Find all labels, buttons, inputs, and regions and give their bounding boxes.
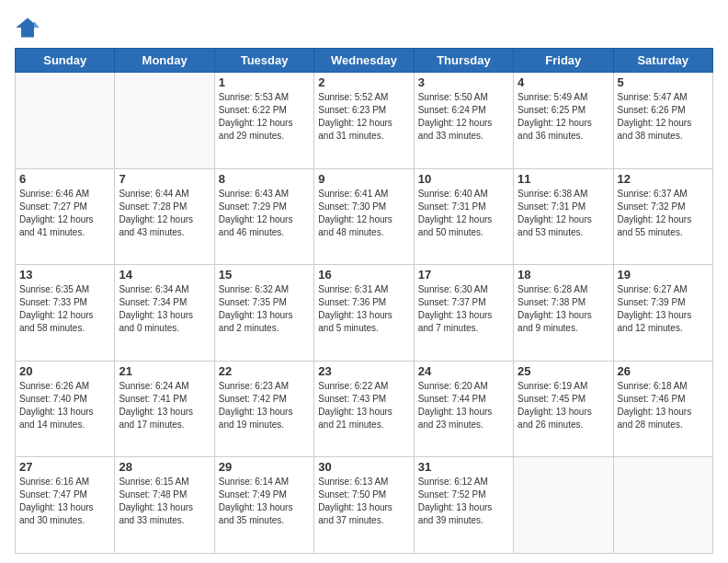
day-number: 16 <box>318 268 409 282</box>
calendar-cell: 18Sunrise: 6:28 AM Sunset: 7:38 PM Dayli… <box>514 265 613 362</box>
calendar-cell: 13Sunrise: 6:35 AM Sunset: 7:33 PM Dayli… <box>16 265 115 362</box>
cell-info: Sunrise: 6:38 AM Sunset: 7:31 PM Dayligh… <box>518 188 609 239</box>
cell-info: Sunrise: 5:53 AM Sunset: 6:22 PM Dayligh… <box>219 91 310 143</box>
cell-info: Sunrise: 6:22 AM Sunset: 7:43 PM Dayligh… <box>318 380 409 431</box>
day-number: 13 <box>19 268 110 282</box>
calendar-cell: 25Sunrise: 6:19 AM Sunset: 7:45 PM Dayli… <box>514 361 613 457</box>
cell-info: Sunrise: 6:44 AM Sunset: 7:28 PM Dayligh… <box>119 188 210 239</box>
cell-info: Sunrise: 6:34 AM Sunset: 7:34 PM Dayligh… <box>119 283 210 335</box>
day-number: 30 <box>318 460 409 474</box>
calendar-cell: 9Sunrise: 6:41 AM Sunset: 7:30 PM Daylig… <box>314 168 414 265</box>
calendar-day-header: Wednesday <box>314 49 414 73</box>
calendar-day-header: Monday <box>115 49 214 73</box>
calendar-week-row: 1Sunrise: 5:53 AM Sunset: 6:22 PM Daylig… <box>16 73 713 169</box>
cell-info: Sunrise: 6:32 AM Sunset: 7:35 PM Dayligh… <box>219 283 310 335</box>
cell-info: Sunrise: 6:35 AM Sunset: 7:33 PM Dayligh… <box>19 283 110 335</box>
day-number: 14 <box>119 268 210 282</box>
day-number: 17 <box>418 268 509 282</box>
calendar-cell: 16Sunrise: 6:31 AM Sunset: 7:36 PM Dayli… <box>314 265 414 362</box>
calendar-cell <box>613 457 712 554</box>
day-number: 2 <box>318 75 409 89</box>
calendar-cell <box>16 73 115 169</box>
calendar-cell: 19Sunrise: 6:27 AM Sunset: 7:39 PM Dayli… <box>613 265 712 362</box>
day-number: 28 <box>119 460 210 474</box>
day-number: 15 <box>219 268 310 282</box>
calendar-cell: 17Sunrise: 6:30 AM Sunset: 7:37 PM Dayli… <box>414 265 513 362</box>
day-number: 25 <box>518 364 609 378</box>
cell-info: Sunrise: 6:31 AM Sunset: 7:36 PM Dayligh… <box>318 283 409 335</box>
logo <box>15 15 44 40</box>
cell-info: Sunrise: 6:18 AM Sunset: 7:46 PM Dayligh… <box>618 380 709 431</box>
cell-info: Sunrise: 6:40 AM Sunset: 7:31 PM Dayligh… <box>418 188 509 239</box>
cell-info: Sunrise: 6:15 AM Sunset: 7:48 PM Dayligh… <box>119 476 210 527</box>
calendar-cell: 31Sunrise: 6:12 AM Sunset: 7:52 PM Dayli… <box>414 457 513 554</box>
calendar-cell <box>514 457 613 554</box>
calendar-cell: 6Sunrise: 6:46 AM Sunset: 7:27 PM Daylig… <box>16 168 115 265</box>
calendar-table: SundayMondayTuesdayWednesdayThursdayFrid… <box>15 48 713 554</box>
calendar-cell: 14Sunrise: 6:34 AM Sunset: 7:34 PM Dayli… <box>115 265 214 362</box>
day-number: 21 <box>119 364 210 378</box>
day-number: 9 <box>318 172 409 186</box>
calendar-cell: 23Sunrise: 6:22 AM Sunset: 7:43 PM Dayli… <box>314 361 414 457</box>
cell-info: Sunrise: 6:14 AM Sunset: 7:49 PM Dayligh… <box>219 476 310 527</box>
calendar-day-header: Tuesday <box>214 49 313 73</box>
cell-info: Sunrise: 5:49 AM Sunset: 6:25 PM Dayligh… <box>518 91 609 143</box>
cell-info: Sunrise: 6:28 AM Sunset: 7:38 PM Dayligh… <box>518 283 609 335</box>
calendar-cell: 29Sunrise: 6:14 AM Sunset: 7:49 PM Dayli… <box>214 457 313 554</box>
svg-marker-1 <box>34 21 40 28</box>
calendar-week-row: 27Sunrise: 6:16 AM Sunset: 7:47 PM Dayli… <box>16 457 713 554</box>
calendar-cell: 27Sunrise: 6:16 AM Sunset: 7:47 PM Dayli… <box>16 457 115 554</box>
cell-info: Sunrise: 6:37 AM Sunset: 7:32 PM Dayligh… <box>618 188 709 239</box>
day-number: 20 <box>19 364 110 378</box>
calendar-day-header: Saturday <box>613 49 712 73</box>
day-number: 11 <box>518 172 609 186</box>
calendar-cell: 21Sunrise: 6:24 AM Sunset: 7:41 PM Dayli… <box>115 361 214 457</box>
day-number: 8 <box>219 172 310 186</box>
day-number: 31 <box>418 460 509 474</box>
calendar-cell: 1Sunrise: 5:53 AM Sunset: 6:22 PM Daylig… <box>214 73 313 169</box>
calendar-cell: 30Sunrise: 6:13 AM Sunset: 7:50 PM Dayli… <box>314 457 414 554</box>
page: SundayMondayTuesdayWednesdayThursdayFrid… <box>0 0 728 563</box>
cell-info: Sunrise: 6:27 AM Sunset: 7:39 PM Dayligh… <box>618 283 709 335</box>
cell-info: Sunrise: 6:20 AM Sunset: 7:44 PM Dayligh… <box>418 380 509 431</box>
calendar-cell: 7Sunrise: 6:44 AM Sunset: 7:28 PM Daylig… <box>115 168 214 265</box>
cell-info: Sunrise: 6:19 AM Sunset: 7:45 PM Dayligh… <box>518 380 609 431</box>
calendar-cell: 4Sunrise: 5:49 AM Sunset: 6:25 PM Daylig… <box>514 73 613 169</box>
calendar-week-row: 6Sunrise: 6:46 AM Sunset: 7:27 PM Daylig… <box>16 168 713 265</box>
cell-info: Sunrise: 6:46 AM Sunset: 7:27 PM Dayligh… <box>19 188 110 239</box>
day-number: 12 <box>618 172 709 186</box>
calendar-week-row: 20Sunrise: 6:26 AM Sunset: 7:40 PM Dayli… <box>16 361 713 457</box>
calendar-cell: 22Sunrise: 6:23 AM Sunset: 7:42 PM Dayli… <box>214 361 313 457</box>
day-number: 23 <box>318 364 409 378</box>
cell-info: Sunrise: 6:16 AM Sunset: 7:47 PM Dayligh… <box>19 476 110 527</box>
cell-info: Sunrise: 5:47 AM Sunset: 6:26 PM Dayligh… <box>618 91 709 143</box>
day-number: 7 <box>119 172 210 186</box>
day-number: 3 <box>418 75 509 89</box>
day-number: 5 <box>618 75 709 89</box>
calendar-day-header: Friday <box>514 49 613 73</box>
cell-info: Sunrise: 6:41 AM Sunset: 7:30 PM Dayligh… <box>318 188 409 239</box>
calendar-cell: 12Sunrise: 6:37 AM Sunset: 7:32 PM Dayli… <box>613 168 712 265</box>
day-number: 10 <box>418 172 509 186</box>
cell-info: Sunrise: 6:13 AM Sunset: 7:50 PM Dayligh… <box>318 476 409 527</box>
calendar-cell: 20Sunrise: 6:26 AM Sunset: 7:40 PM Dayli… <box>16 361 115 457</box>
calendar-week-row: 13Sunrise: 6:35 AM Sunset: 7:33 PM Dayli… <box>16 265 713 362</box>
calendar-day-header: Thursday <box>414 49 513 73</box>
day-number: 1 <box>219 75 310 89</box>
day-number: 19 <box>618 268 709 282</box>
day-number: 6 <box>19 172 110 186</box>
cell-info: Sunrise: 6:26 AM Sunset: 7:40 PM Dayligh… <box>19 380 110 431</box>
calendar-header-row: SundayMondayTuesdayWednesdayThursdayFrid… <box>16 49 713 73</box>
calendar-cell: 15Sunrise: 6:32 AM Sunset: 7:35 PM Dayli… <box>214 265 313 362</box>
day-number: 29 <box>219 460 310 474</box>
day-number: 26 <box>618 364 709 378</box>
calendar-cell: 28Sunrise: 6:15 AM Sunset: 7:48 PM Dayli… <box>115 457 214 554</box>
calendar-cell: 10Sunrise: 6:40 AM Sunset: 7:31 PM Dayli… <box>414 168 513 265</box>
day-number: 18 <box>518 268 609 282</box>
logo-icon <box>15 15 40 40</box>
cell-info: Sunrise: 6:30 AM Sunset: 7:37 PM Dayligh… <box>418 283 509 335</box>
calendar-cell: 8Sunrise: 6:43 AM Sunset: 7:29 PM Daylig… <box>214 168 313 265</box>
day-number: 4 <box>518 75 609 89</box>
day-number: 27 <box>19 460 110 474</box>
calendar-cell: 26Sunrise: 6:18 AM Sunset: 7:46 PM Dayli… <box>613 361 712 457</box>
